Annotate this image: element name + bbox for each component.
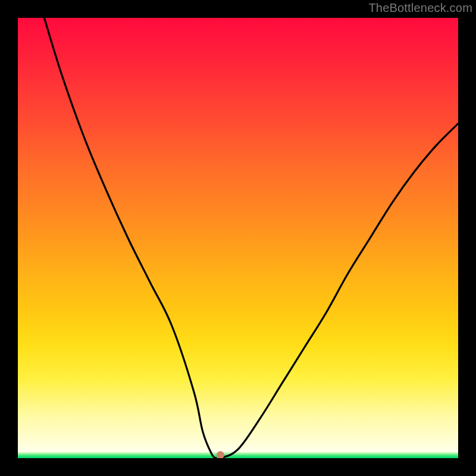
optimum-marker (217, 451, 224, 458)
plot-area (18, 18, 458, 458)
chart-frame: TheBottleneck.com (0, 0, 476, 476)
attribution-text: TheBottleneck.com (368, 1, 472, 15)
bottleneck-curve (44, 18, 458, 458)
curve-layer (18, 18, 458, 458)
